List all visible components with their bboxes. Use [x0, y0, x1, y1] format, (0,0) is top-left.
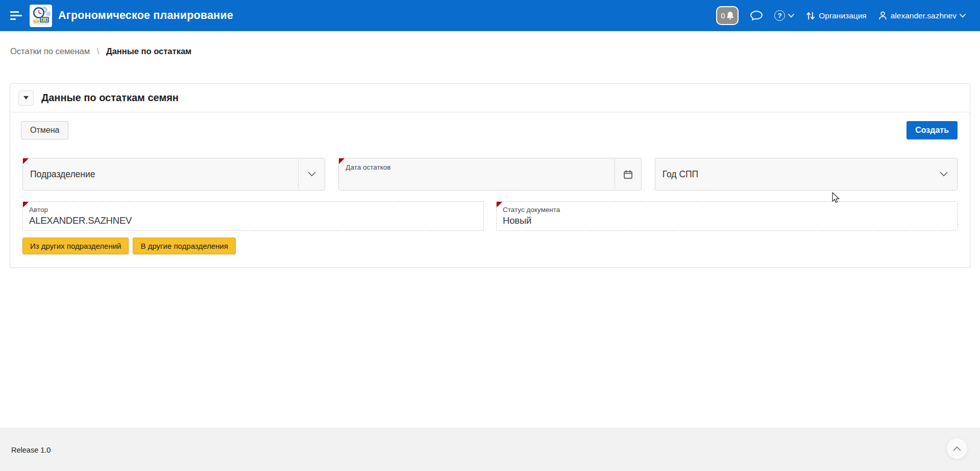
breadcrumb-separator: \: [97, 46, 100, 56]
triangle-down-icon: [23, 96, 29, 100]
app-logo: [30, 5, 52, 27]
agro-logo-icon: [31, 6, 51, 26]
create-button[interactable]: Создать: [906, 121, 958, 139]
spp-year-placeholder: Год СПП: [663, 158, 699, 190]
collapse-panel-button[interactable]: [18, 90, 34, 106]
panel-title: Данные по остаткам семян: [41, 92, 179, 104]
organization-switch-button[interactable]: Организация: [805, 11, 866, 21]
swap-arrows-icon: [805, 11, 816, 21]
balance-date-input[interactable]: Дата остатков: [338, 158, 641, 191]
chevron-down-icon: [308, 172, 316, 177]
balance-date-label: Дата остатков: [346, 163, 390, 171]
notifications-button[interactable]: 0: [716, 6, 739, 25]
transfer-actions: Из других подразделений В другие подразд…: [22, 238, 958, 254]
document-status-field: Статус документа Новый: [496, 201, 958, 231]
author-field: Автор ALEXANDER.SAZHNEV: [22, 201, 484, 231]
department-placeholder: Подразделение: [30, 158, 95, 190]
calendar-icon: [623, 170, 633, 179]
balance-form: Подразделение Дата остатков: [10, 139, 970, 267]
chat-bubble-icon: [750, 10, 763, 21]
chat-button[interactable]: [750, 10, 763, 21]
panel-header: Данные по остаткам семян: [10, 84, 970, 112]
department-select[interactable]: Подразделение: [22, 158, 325, 191]
app-header: Агрономическое планирование 0 ?: [0, 0, 980, 31]
bell-icon: [726, 11, 734, 20]
chevron-down-icon: [960, 14, 966, 18]
help-icon: ?: [774, 10, 785, 21]
notification-count-badge: 0: [721, 12, 725, 20]
from-other-departments-button[interactable]: Из других подразделений: [22, 238, 129, 254]
breadcrumb-current: Данные по остаткам: [106, 46, 191, 56]
chevron-down-icon: [788, 14, 794, 18]
chevron-down-icon: [940, 172, 948, 177]
app-title: Агрономическое планирование: [58, 9, 233, 22]
author-value: ALEXANDER.SAZHNEV: [29, 215, 477, 226]
user-menu-button[interactable]: alexander.sazhnev: [878, 11, 966, 20]
cancel-button[interactable]: Отмена: [21, 121, 68, 139]
organization-label: Организация: [819, 11, 866, 20]
seed-balance-panel: Данные по остаткам семян Отмена Создать …: [10, 83, 970, 268]
help-menu-button[interactable]: ?: [774, 10, 794, 21]
user-name: alexander.sazhnev: [891, 11, 957, 20]
to-other-departments-button[interactable]: В другие подразделения: [133, 238, 235, 254]
menu-hamburger-icon[interactable]: [10, 11, 22, 20]
breadcrumb-parent-link[interactable]: Остатки по семенам: [10, 46, 90, 56]
panel-toolbar: Отмена Создать: [10, 112, 970, 139]
person-icon: [878, 11, 888, 20]
chevron-up-icon: [953, 446, 961, 451]
document-status-label: Статус документа: [503, 206, 951, 214]
spp-year-select[interactable]: Год СПП: [655, 158, 958, 191]
release-version: Release 1.0: [11, 446, 51, 454]
page-footer: Release 1.0: [0, 428, 980, 471]
document-status-value: Новый: [503, 215, 951, 226]
scroll-to-top-button[interactable]: [946, 438, 968, 459]
author-label: Автор: [29, 206, 477, 214]
breadcrumb: Остатки по семенам \ Данные по остаткам: [0, 31, 980, 58]
